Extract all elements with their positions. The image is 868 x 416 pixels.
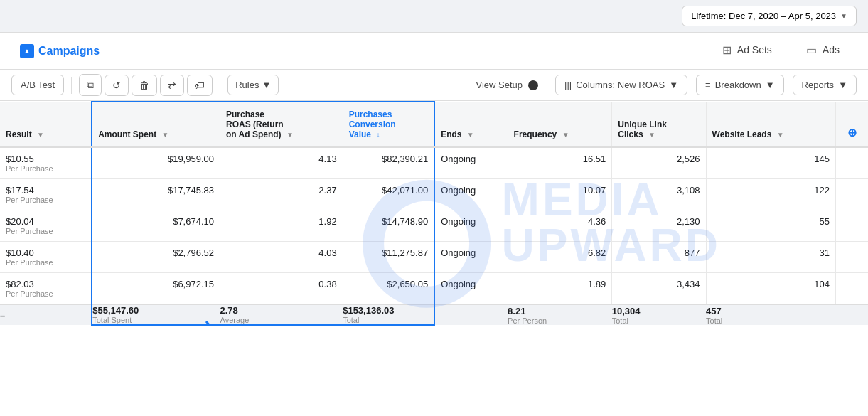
table-cell: Ongoing [434,242,508,273]
columns-chevron: ▼ [669,80,678,90]
table-cell: $10.55Per Purchase [0,147,92,179]
footer-cell: $55,147.60Total Spent [92,304,220,325]
table-cell: 145 [706,147,835,179]
table-cell: 3,434 [612,273,706,305]
ad-sets-icon: ⊞ [722,43,732,57]
table-cell: 877 [612,242,706,273]
tag-button[interactable]: 🏷 [187,75,213,96]
table-row: $82.03Per Purchase$6,972.150.38$2,650.05… [0,273,868,305]
table-cell: $82.03Per Purchase [0,273,92,305]
table-cell: $20.04Per Purchase [0,210,92,242]
table-area: MEDIA UPWARD Result ▼ Amount Spent ▼ [0,101,868,326]
rules-button[interactable]: Rules ▼ [227,75,279,95]
col-amount-spent[interactable]: Amount Spent ▼ [92,102,220,147]
table-cell: $82,390.21 [343,147,434,179]
columns-label: Columns: New ROAS [576,80,665,90]
footer-cell: 10,304Total [612,304,706,325]
table-cell: 3,108 [612,179,706,210]
table-cell: 10.07 [508,179,612,210]
footer-cell: – [0,304,92,325]
table-cell: $17,745.83 [92,179,220,210]
view-setup-dot [528,80,538,90]
table-cell [835,179,868,210]
footer-cell: $153,136.03Total [343,304,434,325]
col-ends[interactable]: Ends ▼ [434,102,508,147]
table-cell [835,273,868,305]
data-table: Result ▼ Amount Spent ▼ PurchaseROAS (Re… [0,101,868,326]
swap-button[interactable]: ⇄ [160,75,184,96]
table-cell: 6.82 [508,242,612,273]
table-cell: 104 [706,273,835,305]
ads-icon: ▭ [806,43,817,57]
table-cell: 4.03 [220,242,343,273]
nav-bar: ▲ Campaigns ⊞ Ad Sets ▭ Ads [0,33,868,70]
col-result[interactable]: Result ▼ [0,102,92,147]
breakdown-chevron: ▼ [766,80,775,90]
rules-label: Rules [235,80,259,90]
table-cell: $14,748.90 [343,210,434,242]
table-cell: 2.37 [220,179,343,210]
table-cell: $6,972.15 [92,273,220,305]
table-cell: $7,674.10 [92,210,220,242]
table-cell [835,147,868,179]
table-cell: 0.38 [220,273,343,305]
date-range-button[interactable]: Lifetime: Dec 7, 2020 – Apr 5, 2023 ▼ [682,6,857,26]
table-cell: Ongoing [434,210,508,242]
table-header-row: Result ▼ Amount Spent ▼ PurchaseROAS (Re… [0,102,868,147]
date-range-label: Lifetime: Dec 7, 2020 – Apr 5, 2023 [691,11,836,21]
table-cell: 1.89 [508,273,612,305]
view-setup-label: View Setup [476,80,523,90]
col-frequency[interactable]: Frequency ▼ [508,102,612,147]
breakdown-icon: ≡ [705,80,711,90]
refresh-button[interactable]: ↺ [105,75,129,96]
delete-button[interactable]: 🗑 [132,75,157,96]
footer-cell: 8.21Per Person [508,304,612,325]
table-cell: $42,071.00 [343,179,434,210]
table-cell: Ongoing [434,179,508,210]
columns-button[interactable]: ||| Columns: New ROAS ▼ [555,75,687,95]
ab-test-label: A/B Test [21,80,55,90]
table-cell [835,242,868,273]
campaigns-label: Campaigns [38,45,100,58]
breakdown-label: Breakdown [715,80,761,90]
table-cell: 55 [706,210,835,242]
toolbar-divider-1 [71,77,72,94]
ab-test-button[interactable]: A/B Test [11,75,64,95]
footer-cell [835,304,868,325]
table-cell: 2,526 [612,147,706,179]
col-purchase-roas[interactable]: PurchaseROAS (Returnon Ad Spend) ▼ [220,102,343,147]
columns-icon: ||| [564,80,572,90]
duplicate-button[interactable]: ⧉ [79,74,102,96]
table-cell: 31 [706,242,835,273]
ads-tab[interactable]: ▭ Ads [789,33,857,69]
col-add[interactable]: ⊕ [835,102,868,147]
table-row: $17.54Per Purchase$17,745.832.37$42,071.… [0,179,868,210]
ad-sets-tab[interactable]: ⊞ Ad Sets [705,33,789,69]
footer-cell: 2.78Average [220,304,343,325]
table-cell: Ongoing [434,273,508,305]
table-cell: 1.92 [220,210,343,242]
table-cell: $19,959.00 [92,147,220,179]
ad-sets-label: Ad Sets [737,44,772,55]
campaigns-icon: ▲ [20,44,34,58]
toolbar: A/B Test ⧉ ↺ 🗑 ⇄ 🏷 Rules ▼ View Setup ||… [0,70,868,101]
table-cell: 4.13 [220,147,343,179]
breakdown-button[interactable]: ≡ Breakdown ▼ [696,75,784,95]
toolbar-divider-2 [220,77,220,94]
footer-row: –$55,147.60Total Spent2.78Average$153,13… [0,304,868,325]
table-cell: 16.51 [508,147,612,179]
table-cell: 4.36 [508,210,612,242]
table-cell: Ongoing [434,147,508,179]
col-purchases-cv[interactable]: PurchasesConversionValue ↓ [343,102,434,147]
table-cell: $17.54Per Purchase [0,179,92,210]
table-cell: $11,275.87 [343,242,434,273]
col-unique-link-clicks[interactable]: Unique LinkClicks ▼ [612,102,706,147]
table-cell: $10.40Per Purchase [0,242,92,273]
col-website-leads[interactable]: Website Leads ▼ [706,102,835,147]
table-row: $10.40Per Purchase$2,796.524.03$11,275.8… [0,242,868,273]
reports-button[interactable]: Reports ▼ [793,75,857,95]
date-range-chevron: ▼ [840,12,847,20]
rules-chevron: ▼ [262,80,271,90]
reports-label: Reports [802,80,835,90]
campaigns-nav-button[interactable]: ▲ Campaigns [11,38,108,64]
